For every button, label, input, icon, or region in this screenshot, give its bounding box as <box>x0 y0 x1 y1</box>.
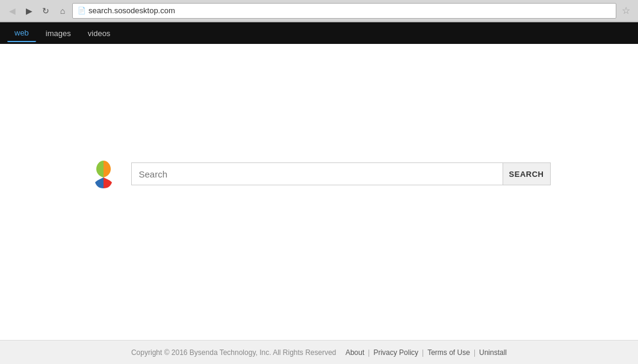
footer: Copyright © 2016 Bysenda Technology, Inc… <box>0 340 638 364</box>
bookmark-button[interactable]: ☆ <box>619 4 633 18</box>
search-box-wrapper: SEARCH <box>131 162 551 185</box>
main-content: SEARCH <box>0 44 638 340</box>
search-button[interactable]: SEARCH <box>503 162 551 185</box>
footer-sep-1 <box>340 348 342 357</box>
home-button[interactable]: ⌂ <box>55 4 70 18</box>
back-button[interactable]: ◀ <box>5 4 19 18</box>
footer-copyright: Copyright © 2016 Bysenda Technology, Inc… <box>131 348 336 357</box>
page-icon: 📄 <box>78 7 86 14</box>
logo-icon <box>88 158 119 190</box>
reload-button[interactable]: ↻ <box>39 4 53 18</box>
forward-button[interactable]: ▶ <box>22 4 36 18</box>
footer-sep-2: | <box>368 348 370 357</box>
nav-bar: web images videos <box>0 22 638 44</box>
nav-item-images[interactable]: images <box>39 25 78 42</box>
footer-sep-4: | <box>474 348 475 357</box>
footer-link-terms[interactable]: Terms of Use <box>427 348 470 357</box>
footer-link-about[interactable]: About <box>345 348 364 357</box>
footer-sep-3: | <box>422 348 424 357</box>
footer-link-uninstall[interactable]: Uninstall <box>479 348 507 357</box>
browser-toolbar: ◀ ▶ ↻ ⌂ 📄 ☆ <box>0 0 638 22</box>
address-bar[interactable] <box>88 6 611 15</box>
footer-link-privacy[interactable]: Privacy Policy <box>373 348 418 357</box>
nav-item-videos[interactable]: videos <box>81 25 118 42</box>
address-bar-container: 📄 <box>72 3 616 19</box>
search-area: SEARCH <box>88 158 551 190</box>
nav-item-web[interactable]: web <box>7 25 36 42</box>
browser-chrome: ◀ ▶ ↻ ⌂ 📄 ☆ <box>0 0 638 22</box>
search-input[interactable] <box>131 162 503 185</box>
